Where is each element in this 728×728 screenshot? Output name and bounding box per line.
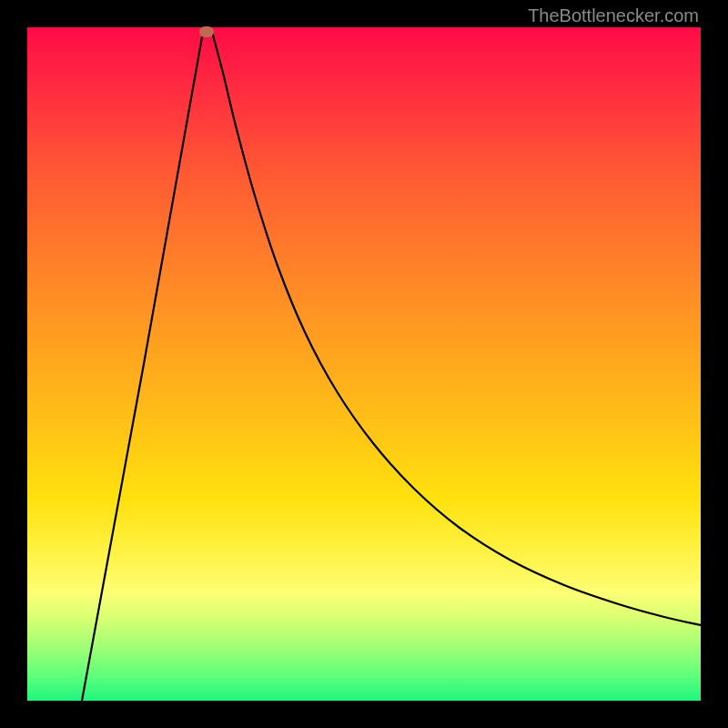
attribution-label: TheBottlenecker.com	[528, 5, 699, 26]
bottleneck-curve	[27, 27, 701, 701]
optimal-point-marker	[199, 26, 214, 37]
